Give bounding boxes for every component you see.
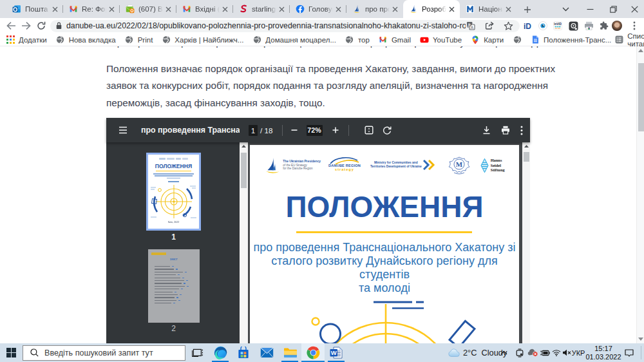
pdf-menu-icon[interactable] (118, 126, 128, 134)
extension-id-icon[interactable]: iD (523, 18, 533, 33)
tab-gmail-1[interactable]: Re: Форма (63, 0, 120, 18)
tab-close-icon[interactable] (504, 5, 513, 14)
pdf-rotate-button[interactable] (383, 126, 392, 135)
bookmark-print[interactable]: Print (125, 35, 153, 44)
new-tab-button[interactable] (520, 3, 535, 17)
taskbar-weather[interactable]: 2°C Cloudy (448, 343, 507, 362)
extension-camera-icon[interactable] (568, 18, 578, 33)
window-restore-button[interactable] (604, 0, 622, 18)
reading-list-button[interactable]: Список читання (615, 32, 644, 48)
tray-battery-icon[interactable] (540, 343, 550, 362)
article-paragraph: Положення визначає порядок організації т… (106, 61, 555, 111)
scroll-up-arrow[interactable] (637, 46, 644, 55)
start-button[interactable] (0, 343, 23, 362)
tab-close-icon[interactable] (220, 5, 229, 14)
tab-facebook[interactable]: Головуван (290, 0, 346, 18)
gmail-icon (182, 5, 191, 14)
profile-avatar[interactable] (612, 21, 622, 31)
share-icon[interactable] (484, 21, 495, 31)
globe-icon (345, 35, 354, 44)
taskbar-chrome-icon[interactable] (301, 343, 325, 362)
window-close-button[interactable] (625, 0, 644, 18)
show-desktop-divider[interactable] (641, 346, 641, 359)
tab-starlinger[interactable]: starlinger.c (233, 0, 290, 18)
pdf-thumbnail-page-1[interactable]: ПОЛОЖЕННЯ (146, 153, 201, 231)
translate-icon[interactable]: あA (466, 21, 476, 31)
tab-search-chevron-icon[interactable] (559, 0, 572, 18)
thumb2-heading: ЗМІСТ (157, 258, 191, 261)
pdf-zoom-in-button[interactable] (332, 126, 339, 134)
tray-show-hidden-icon[interactable] (499, 343, 508, 362)
taskbar-store-icon[interactable] (232, 343, 255, 362)
tab-gmail-2[interactable]: Вхідні (185 (176, 0, 233, 18)
bookmark-maps[interactable]: Карти (471, 35, 504, 44)
page-scrollbar[interactable] (636, 46, 644, 343)
tab-close-icon[interactable] (334, 5, 343, 14)
pdf-sidebar-scrollbar-thumb[interactable] (241, 153, 247, 188)
page-scrollbar-thumb[interactable] (638, 63, 644, 131)
bookmark-mozzarella[interactable]: Домашня моцарел... (252, 35, 336, 44)
tray-clock[interactable]: 15:17 01.03.2022 (585, 343, 622, 362)
bookmark-polozhennia[interactable]: Положення-Транс... (531, 35, 611, 44)
tab-danube-active[interactable]: Розроблен (403, 0, 460, 18)
pdf-main-scrollbar[interactable] (522, 142, 530, 343)
extension-invid-icon[interactable]: InVID (553, 18, 563, 33)
tab-danube-1[interactable]: про прове (346, 0, 403, 18)
pdf-print-button[interactable] (501, 126, 510, 135)
tray-wifi-icon[interactable] (551, 343, 561, 362)
bookmark-star-icon[interactable] (503, 21, 513, 31)
tray-meet-now-icon[interactable] (515, 343, 525, 362)
taskbar-word-icon[interactable]: W (325, 343, 348, 362)
omnibox[interactable]: danube-ua.eu/2022/02/18/opublikovano-pol… (50, 20, 520, 32)
bookmark-label: Домашня моцарел... (265, 36, 336, 44)
bookmark-youtube[interactable]: YouTube (420, 35, 462, 44)
scroll-down-arrow[interactable] (637, 335, 644, 343)
bookmark-apps[interactable]: Додатки (6, 35, 47, 44)
tab-close-icon[interactable] (390, 5, 399, 14)
tab-close-icon[interactable] (50, 5, 59, 14)
pdf-thumbnail-page-2[interactable]: ЗМІСТ (148, 249, 200, 323)
back-button[interactable] (5, 18, 17, 33)
tray-onedrive-error-icon[interactable] (527, 343, 538, 362)
pdf-more-options-icon[interactable] (520, 126, 523, 135)
pdf-main-scrollbar-thumb[interactable] (524, 152, 529, 162)
windows-taskbar: Введіть пошуковий запит тут (0, 343, 644, 362)
tab-close-icon[interactable] (107, 5, 116, 14)
bookmark-tor[interactable]: тор (345, 35, 370, 44)
tab-ukrnet[interactable]: (607) Вхідн (120, 0, 176, 18)
pdf-download-button[interactable] (482, 126, 491, 135)
extensions-puzzle-icon[interactable] (599, 18, 609, 33)
reload-button[interactable] (35, 18, 47, 33)
pdf-sidebar-scrollbar[interactable] (240, 142, 248, 343)
weather-cloud-icon (448, 348, 460, 357)
svg-text:InVID: InVID (554, 23, 562, 26)
extension-print-drive-icon[interactable] (583, 18, 594, 33)
pdf-fit-page-button[interactable] (365, 126, 374, 135)
tab-close-icon[interactable] (164, 5, 173, 14)
tab-close-icon[interactable] (447, 5, 456, 14)
taskbar-mail-icon[interactable] (255, 343, 278, 362)
pdf-toolbar: про проведення Транснаціона… 1 / 18 72% (106, 118, 530, 142)
pdf-page-input[interactable]: 1 (249, 125, 258, 136)
window-minimize-button[interactable] (581, 0, 599, 18)
browser-menu-icon[interactable] (630, 18, 639, 33)
taskbar-search-box[interactable]: Введіть пошуковий запит тут (23, 345, 185, 361)
task-view-button[interactable] (185, 343, 209, 362)
taskbar-explorer-icon[interactable] (278, 343, 301, 362)
tab-university[interactable]: Національ (460, 0, 516, 18)
bookmarks-bar: Додатки Нова вкладка Print Харків | Найб… (0, 33, 644, 46)
taskbar-edge-icon[interactable] (209, 343, 232, 362)
forward-button[interactable] (20, 18, 32, 33)
tab-close-icon[interactable] (277, 5, 286, 14)
tray-language[interactable]: УКР (572, 343, 585, 362)
tab-outlook[interactable]: Пошта – Ч (6, 0, 63, 18)
extension-eye-icon[interactable] (538, 18, 548, 33)
pdf-zoom-level[interactable]: 72% (307, 125, 323, 136)
bookmark-kharkiv[interactable]: Харків | Найближч... (162, 35, 243, 44)
action-center-icon[interactable] (623, 343, 636, 362)
pdf-zoom-out-button[interactable] (290, 126, 298, 134)
bookmark-unnamed[interactable] (513, 35, 522, 44)
bookmark-new-tab[interactable]: Нова вкладка (56, 35, 116, 44)
bookmark-gmail[interactable]: Gmail (379, 35, 411, 44)
tray-volume-muted-icon[interactable] (562, 343, 572, 362)
